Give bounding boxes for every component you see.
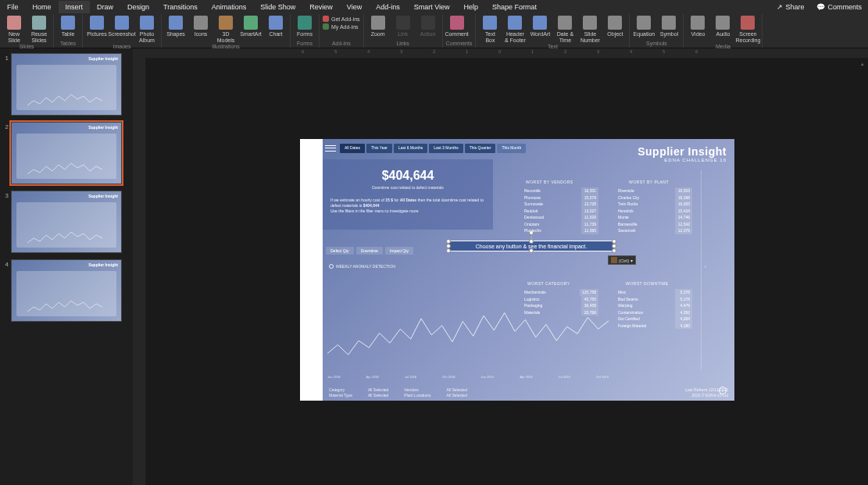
slide-thumbnail-1[interactable]: Supplier Insight	[11, 53, 122, 116]
dashboard-topbar: All DatesThis YearLast 6 MonthsLast 3 Mo…	[323, 144, 526, 153]
resize-handle[interactable]	[529, 248, 534, 253]
list-item: Foreign Material4,180	[618, 323, 692, 330]
ribbon-equation-button[interactable]: Equation	[633, 16, 655, 37]
menu-tab-home[interactable]: Home	[26, 1, 59, 13]
ribbon-text-box-button[interactable]: Text Box	[479, 16, 501, 43]
menu-tab-file[interactable]: File	[0, 1, 26, 13]
menu-tab-add-ins[interactable]: Add-ins	[369, 1, 407, 13]
ribbon-smartart-button[interactable]: SmartArt	[240, 16, 262, 37]
ribbon-reuse-slides-button[interactable]: Reuse Slides	[28, 16, 50, 43]
list-item: Reddoit13,027	[524, 208, 598, 215]
menu-tab-transitions[interactable]: Transitions	[156, 1, 205, 13]
date-filter-tab[interactable]: All Dates	[340, 144, 365, 153]
slide-wrapper: All DatesThis YearLast 6 MonthsLast 3 Mo…	[300, 139, 734, 401]
ribbon-icons-button[interactable]: Icons	[190, 16, 212, 37]
list-item: Charles City18,298	[618, 194, 692, 201]
ribbon-screenshot-button[interactable]: Screenshot	[111, 16, 133, 37]
menu-tab-insert[interactable]: Insert	[59, 1, 91, 13]
ribbon-forms-button[interactable]: Forms	[294, 16, 316, 37]
menu-tab-design[interactable]: Design	[120, 1, 156, 13]
comments-button[interactable]: 💬Comments	[810, 1, 868, 13]
menu-tab-slide-show[interactable]: Slide Show	[253, 1, 302, 13]
editor-area: 1Supplier Insight2Supplier Insight3Suppl…	[0, 48, 868, 485]
ribbon-photo-album-button[interactable]: Photo Album	[136, 16, 158, 43]
ribbon-header-footer-button[interactable]: Header & Footer	[504, 16, 526, 43]
downtime-list: Misc5,378Bad Seams5,178Warping4,479Conta…	[618, 289, 692, 329]
ribbon-object-button[interactable]: Object	[604, 16, 626, 37]
menu-tab-view[interactable]: View	[340, 1, 369, 13]
vertical-scrollbar[interactable]: ▴	[859, 61, 866, 483]
metric-tab[interactable]: Impact Qty	[385, 247, 413, 255]
menu-tab-draw[interactable]: Draw	[90, 1, 120, 13]
list-item: Contamination4,392	[618, 309, 692, 316]
paste-options-button[interactable]: (Ctrl) ▾	[608, 255, 636, 265]
resize-handle[interactable]	[529, 239, 534, 244]
list-item: Monte14,746	[618, 214, 692, 221]
date-filter-tab[interactable]: Last 3 Months	[429, 144, 463, 153]
resize-handle[interactable]	[612, 248, 616, 253]
list-item: Not Certified4,284	[618, 316, 692, 323]
brand-subtitle: EDNA CHALLENGE 10	[638, 158, 727, 162]
dashboard-footer: CategoryMaterial TypeAll SelectedAll Sel…	[329, 387, 728, 398]
plant-list: Riverside19,503Charles City18,298Twin Ro…	[618, 187, 692, 234]
ribbon-group-label: Symbols	[633, 40, 680, 46]
date-filter-tab[interactable]: This Month	[497, 144, 526, 153]
slide[interactable]: All DatesThis YearLast 6 MonthsLast 3 Mo…	[300, 139, 734, 401]
slide-canvas-area[interactable]: 6543210123456 All DatesThis YearLast 6 M…	[145, 48, 868, 485]
axis-tick: Jan 2019	[481, 375, 494, 379]
ribbon-comment-button[interactable]: Comment	[446, 16, 468, 37]
share-button[interactable]: ↗Share	[770, 1, 810, 13]
ruler-tick: 6	[302, 49, 304, 54]
date-filter-tab[interactable]: This Quarter	[465, 144, 496, 153]
menu-tab-help[interactable]: Help	[457, 1, 486, 13]
ruler-tick: 2	[433, 49, 435, 54]
list-item: Dentowood11,929	[524, 214, 598, 221]
scroll-up-icon[interactable]: ▴	[859, 61, 866, 67]
axis-tick: Jul 2018	[405, 375, 416, 379]
ribbon-chart-button[interactable]: Chart	[265, 16, 287, 37]
brand-title: Supplier Insight	[638, 145, 727, 158]
ribbon-audio-button[interactable]: Audio	[712, 16, 734, 37]
footer-column: VendorsPlant Locations	[404, 387, 430, 398]
axis-tick: Jul 2019	[559, 375, 570, 379]
brand-block: Supplier Insight EDNA CHALLENGE 10	[638, 145, 727, 162]
ribbon-video-button[interactable]: Video	[687, 16, 709, 37]
ruler-tick: 5	[663, 49, 665, 54]
slide-thumbnail-3[interactable]: Supplier Insight	[11, 191, 122, 253]
resize-handle[interactable]	[446, 248, 451, 253]
ribbon-shapes-button[interactable]: Shapes	[165, 16, 187, 37]
date-filter-tab[interactable]: This Year	[366, 144, 392, 153]
date-filter-tab[interactable]: Last 6 Months	[394, 144, 427, 153]
selected-textbox[interactable]: Choose any button & see the financial im…	[448, 241, 615, 251]
menu-tab-shape-format[interactable]: Shape Format	[485, 1, 544, 13]
menu-tab-animations[interactable]: Animations	[205, 1, 254, 13]
ruler-tick: 0	[498, 49, 501, 54]
list-item: Recontile16,501	[524, 187, 598, 194]
list-item: Sunnovate13,728	[524, 201, 598, 208]
ribbon-my-add-ins-button[interactable]: My Add-ins	[323, 23, 360, 30]
ribbon-get-add-ins-button[interactable]: Get Add-ins	[323, 16, 360, 22]
ribbon-wordart-button[interactable]: WordArt	[529, 16, 551, 37]
ribbon-symbol-button[interactable]: Symbol	[658, 16, 680, 37]
ribbon-3d-models-button[interactable]: 3D Models	[215, 16, 237, 43]
vendors-list: Recontile16,501Plumtone15,579Sunnovate13…	[524, 187, 598, 234]
slide-thumbnail-4[interactable]: Supplier Insight	[11, 259, 122, 322]
metric-tab[interactable]: Defect Qty	[326, 247, 354, 255]
ribbon-slide-number-button[interactable]: Slide Number	[579, 16, 601, 43]
section-header-plant: WORST BY PLANT	[629, 180, 669, 184]
menu-tab-smart-view[interactable]: Smart View	[407, 1, 457, 13]
hamburger-icon[interactable]	[325, 144, 336, 152]
slide-thumbnail-2[interactable]: Supplier Insight	[11, 122, 122, 184]
info-icon[interactable]: i	[719, 387, 727, 394]
thumb-number: 1	[3, 53, 11, 116]
ribbon-new-slide-button[interactable]: New Slide	[3, 16, 25, 43]
ribbon-zoom-button[interactable]: Zoom	[367, 16, 389, 37]
ribbon-screen-recording-button[interactable]: Screen Recording	[737, 16, 759, 43]
ribbon-date-time-button[interactable]: Date & Time	[554, 16, 576, 43]
chevron-left-icon[interactable]: ‹	[705, 264, 706, 269]
ribbon-table-button[interactable]: Table	[57, 16, 79, 37]
comment-icon: 💬	[816, 3, 825, 11]
ribbon-pictures-button[interactable]: Pictures	[86, 16, 108, 37]
metric-tab[interactable]: Downtime	[356, 247, 383, 255]
menu-tab-review[interactable]: Review	[302, 1, 340, 13]
